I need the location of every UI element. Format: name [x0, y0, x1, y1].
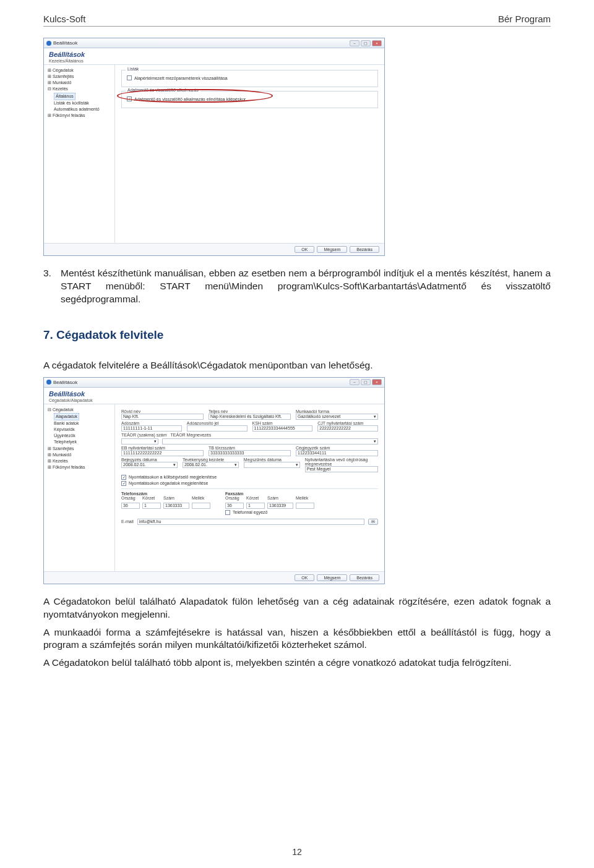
- group-label-lists: Listák: [126, 67, 140, 71]
- input-adoszam[interactable]: 11111111-1-11: [121, 425, 182, 432]
- input-tevkezd[interactable]: 2008.02.01.▾: [183, 462, 239, 468]
- checkbox-icon: ✓: [121, 475, 126, 480]
- cancel-button[interactable]: Mégsem: [317, 574, 347, 581]
- dialog-buttonbar: OK Mégsem Bezárás: [44, 243, 384, 255]
- settings-tree[interactable]: ⊟ Cégadatok Alapadatok Banki adatok Képv…: [44, 404, 115, 571]
- label-adoszam: Adószám: [121, 421, 182, 425]
- maximize-button[interactable]: ▢: [361, 379, 371, 385]
- label-email: E-mail: [121, 519, 134, 524]
- tree-node[interactable]: Alapadatok: [48, 413, 112, 420]
- page-number: 12: [0, 847, 594, 857]
- input-tel-szam[interactable]: 1363333: [163, 503, 189, 509]
- settings-tree[interactable]: ⊞ Cégadatok⊞ Számfejtés⊞ Munkaidő⊟ Kezel…: [44, 65, 115, 243]
- tree-node[interactable]: ⊟ Cégadatok: [48, 407, 112, 413]
- close-button[interactable]: ×: [372, 379, 382, 385]
- ok-button[interactable]: OK: [295, 574, 314, 581]
- dialog-header: Beállítások Kezelés/Általános: [44, 48, 384, 65]
- dialog-header-breadcrumb: Cégadatok/Alapadatok: [49, 398, 379, 402]
- heading-7-cegadatok: 7. Cégadatok felvitele: [43, 328, 551, 342]
- chevron-down-icon: ▾: [154, 439, 157, 444]
- label-nyilv-vevo: Nyilvántartásba vevő cégbíróság megnevez…: [305, 457, 378, 466]
- tree-node[interactable]: Képviselők: [48, 427, 112, 433]
- checkbox-label: Nyomtatásokon a költségviselő megjelenít…: [129, 475, 217, 479]
- input-tel-korzet[interactable]: 1: [142, 503, 161, 509]
- running-head-left: Kulcs-Soft: [43, 14, 85, 24]
- tree-node[interactable]: ⊞ Számfejtés: [48, 74, 112, 80]
- select-teaor[interactable]: ▾: [121, 438, 158, 445]
- group-fax: Faxszám Ország Körzet Szám Mellék 36 1 1…: [225, 491, 314, 516]
- dialog-header-title: Beállítások: [49, 51, 379, 58]
- input-megszunes[interactable]: ▾: [244, 462, 300, 468]
- tree-node[interactable]: ⊞ Kezelés: [48, 458, 112, 464]
- tree-node[interactable]: Ügyintézők: [48, 433, 112, 439]
- select-munkaado[interactable]: Gazdálkodó szervezet▾: [296, 414, 378, 420]
- email-button[interactable]: ✉: [368, 519, 378, 525]
- input-ebnyilv[interactable]: 1111112222222222: [121, 450, 204, 456]
- label-korzet: Körzet: [246, 496, 265, 500]
- cancel-button[interactable]: Mégsem: [317, 246, 347, 253]
- close-button[interactable]: Bezárás: [350, 574, 379, 581]
- input-cjnyilv[interactable]: 2222222222222: [317, 425, 378, 432]
- input-email[interactable]: info@kft.hu: [137, 519, 364, 525]
- tree-node[interactable]: Telephelyek: [48, 439, 112, 445]
- ok-button[interactable]: OK: [295, 246, 314, 253]
- input-nyilv-vevo[interactable]: Pest Megyei: [305, 466, 378, 472]
- input-cegjegyzek[interactable]: 112233344111: [296, 450, 378, 456]
- window-title: Beállítások: [53, 40, 77, 46]
- screenshot-settings-company: Beállítások – ▢ × Beállítások Cégadatok/…: [43, 377, 385, 584]
- label-cegjegyzek: Cégjegyzék szám: [296, 446, 378, 450]
- app-icon: [46, 380, 51, 385]
- checkbox-reset-defaults[interactable]: Alapértelmezett mezőparaméterek visszaál…: [127, 75, 372, 80]
- window-title: Beállítások: [53, 380, 77, 385]
- label-munkaado: Munkaadói forma: [296, 409, 378, 414]
- input-fax-orszag[interactable]: 36: [225, 503, 244, 509]
- checkbox-launch-backup-on-exit[interactable]: ✓ Adatmentő és visszatöltő alkalmazás el…: [127, 96, 372, 101]
- input-fax-korzet[interactable]: 1: [246, 503, 265, 509]
- tree-node[interactable]: ⊞ Főkönyvi feladás: [48, 464, 112, 470]
- minimize-button[interactable]: –: [350, 379, 359, 385]
- tree-node[interactable]: ⊞ Munkaidő: [48, 452, 112, 458]
- tree-node[interactable]: ⊞ Munkaidő: [48, 80, 112, 86]
- tree-node[interactable]: ⊟ Kezelés: [48, 86, 112, 92]
- input-fax-szam[interactable]: 1363339: [267, 503, 293, 509]
- app-icon: [46, 41, 51, 46]
- input-fax-mellek[interactable]: [296, 503, 314, 509]
- tree-node[interactable]: Listák és kódlisták: [48, 100, 112, 106]
- dialog-header-title: Beállítások: [49, 390, 379, 398]
- input-rovid-nev[interactable]: Nap Kft.: [121, 414, 204, 420]
- tree-node[interactable]: Általános: [48, 93, 112, 100]
- minimize-button[interactable]: –: [350, 40, 359, 46]
- checkbox-icon: [225, 510, 230, 515]
- settings-panel: Listák Alapértelmezett mezőparaméterek v…: [115, 65, 384, 243]
- group-lists: Listák Alapértelmezett mezőparaméterek v…: [121, 70, 378, 87]
- group-label-backup: Adatmentő és visszatöltő alkalmazás: [126, 88, 200, 92]
- checkbox-nyomt-cegadatok[interactable]: ✓ Nyomtatásokon cégadatok megjelenítése: [121, 481, 378, 486]
- checkbox-label: Adatmentő és visszatöltő alkalmazás elin…: [134, 97, 246, 101]
- close-button[interactable]: ×: [372, 40, 382, 46]
- input-tel-orszag[interactable]: 36: [121, 503, 140, 509]
- input-teaor-name[interactable]: ▾: [162, 438, 378, 445]
- label-orszag: Ország: [121, 496, 140, 500]
- label-ebnyilv: EB nyilvántartási szám: [121, 446, 204, 450]
- checkbox-telfax-same[interactable]: Telefonnal egyező: [225, 510, 314, 515]
- tree-node[interactable]: ⊞ Főkönyvi feladás: [48, 113, 112, 119]
- input-tbtorzs[interactable]: 33333333333333: [209, 450, 291, 456]
- tree-node[interactable]: ⊞ Cégadatok: [48, 67, 112, 74]
- checkbox-nyomt-koltsegviselo[interactable]: ✓ Nyomtatásokon a költségviselő megjelen…: [121, 475, 378, 480]
- tree-node[interactable]: Automatikus adatmentő: [48, 106, 112, 113]
- checkbox-label: Nyomtatásokon cégadatok megjelenítése: [129, 481, 208, 485]
- input-teljes-nev[interactable]: Nap Kereskedelmi és Szolgáltató Kft.: [209, 414, 291, 420]
- list-text: Mentést készíthetünk manuálisan, ebben a…: [61, 267, 551, 306]
- maximize-button[interactable]: ▢: [361, 40, 371, 46]
- label-ksh: KSH szám: [252, 421, 313, 425]
- paragraph-4: A Cégadatokon belül található több alpon…: [43, 657, 551, 670]
- paragraph-2: A Cégadatokon belül található Alapadatok…: [43, 595, 551, 621]
- chevron-down-icon: ▾: [296, 462, 298, 467]
- close-button[interactable]: Bezárás: [350, 246, 379, 253]
- input-tel-mellek[interactable]: [192, 503, 210, 509]
- tree-node[interactable]: ⊞ Számfejtés: [48, 446, 112, 452]
- input-ksh[interactable]: 11122233334444555: [252, 425, 313, 432]
- input-bejegyzes[interactable]: 2008.02.01.▾: [121, 462, 178, 468]
- input-adojel[interactable]: [187, 425, 248, 432]
- tree-node[interactable]: Banki adatok: [48, 420, 112, 427]
